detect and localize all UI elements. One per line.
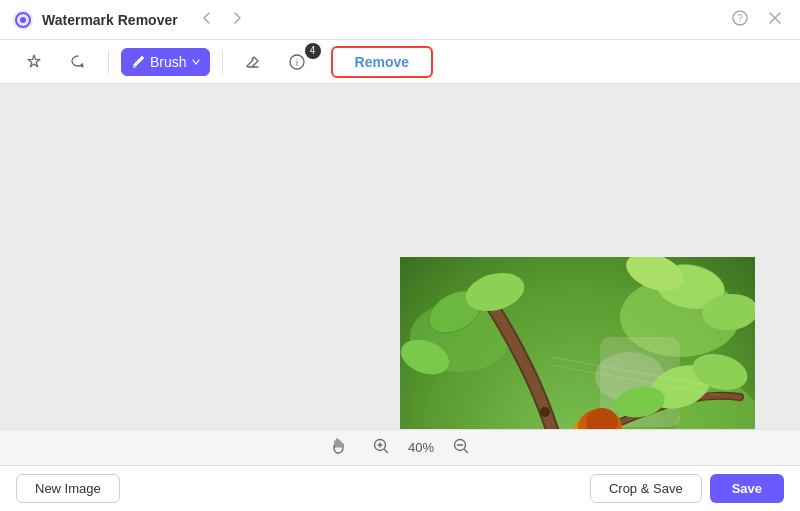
brush-tool-button[interactable]: Brush [121, 48, 210, 76]
zoom-out-button[interactable] [446, 435, 476, 460]
svg-text:?: ? [737, 13, 743, 24]
zoom-in-button[interactable] [366, 435, 396, 460]
titlebar-left: Watermark Remover [12, 7, 250, 32]
svg-text:i: i [296, 58, 298, 68]
svg-point-5 [133, 65, 136, 68]
svg-point-17 [540, 407, 550, 417]
remove-button[interactable]: Remove [331, 46, 433, 78]
footer-right: Crop & Save Save [590, 474, 784, 503]
svg-point-2 [20, 17, 26, 23]
forward-icon [230, 11, 244, 25]
crop-save-button[interactable]: Crop & Save [590, 474, 702, 503]
star-tool-button[interactable] [16, 47, 52, 77]
canvas-area [0, 84, 800, 429]
titlebar-right: ? [726, 6, 788, 33]
titlebar-nav [194, 7, 250, 32]
back-icon [200, 11, 214, 25]
main-image-scene [400, 257, 755, 430]
help-icon: ? [732, 10, 748, 26]
brush-dropdown-icon [191, 57, 201, 67]
zoom-bar: 40% [0, 429, 800, 465]
lasso-icon [69, 53, 87, 71]
eraser-icon [244, 53, 262, 71]
toolbar-divider-2 [222, 50, 223, 74]
zoom-in-icon [372, 437, 390, 455]
forward-button[interactable] [224, 7, 250, 32]
lasso-tool-button[interactable] [60, 47, 96, 77]
toolbar: Brush i 4 Remove [0, 40, 800, 84]
eraser-tool-button[interactable] [235, 47, 271, 77]
zoom-level: 40% [408, 440, 434, 455]
brush-icon [130, 54, 146, 70]
star-tool-icon [25, 53, 43, 71]
back-button[interactable] [194, 7, 220, 32]
help-button[interactable]: ? [726, 6, 754, 33]
new-image-button[interactable]: New Image [16, 474, 120, 503]
zoom-out-icon [452, 437, 470, 455]
app-title: Watermark Remover [42, 12, 178, 28]
hand-icon [330, 437, 348, 455]
footer: New Image Crop & Save Save [0, 465, 800, 511]
close-button[interactable] [762, 7, 788, 32]
save-button[interactable]: Save [710, 474, 784, 503]
title-bar: Watermark Remover ? [0, 0, 800, 40]
toolbar-divider-1 [108, 50, 109, 74]
notification-wrap: i 4 [279, 47, 315, 77]
close-icon [768, 11, 782, 25]
brush-label: Brush [150, 54, 187, 70]
notification-badge: 4 [305, 43, 321, 59]
app-logo-icon [12, 9, 34, 31]
notification-icon: i [288, 53, 306, 71]
footer-left: New Image [16, 474, 120, 503]
hand-tool-button[interactable] [324, 435, 354, 460]
